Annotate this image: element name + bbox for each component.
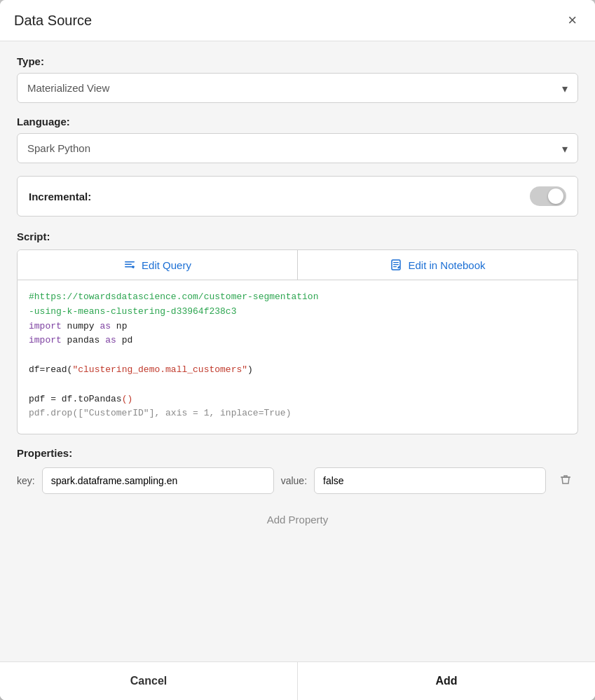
code-line-8: pdf = df.toPandas(): [29, 392, 566, 407]
code-topandas-call: (): [122, 394, 133, 404]
trash-icon: [559, 472, 573, 486]
code-line-7: [29, 378, 566, 392]
edit-notebook-button[interactable]: Edit in Notebook: [298, 250, 577, 280]
edit-query-button[interactable]: Edit Query: [18, 250, 298, 280]
type-select-wrapper[interactable]: Materialized ViewViewTable ▾: [17, 73, 578, 103]
code-line-1: #https://towardsdatascience.com/customer…: [29, 290, 566, 305]
code-import-2: import: [29, 335, 62, 345]
key-input[interactable]: [42, 467, 274, 494]
key-label: key:: [17, 475, 35, 486]
add-property-button[interactable]: Add Property: [17, 504, 578, 535]
code-as-2: as: [105, 335, 116, 345]
close-button[interactable]: ×: [563, 11, 581, 29]
code-topandas: pdf = df.toPandas: [29, 394, 122, 404]
script-section: Script: Edit Query: [17, 231, 578, 434]
type-label: Type:: [17, 55, 578, 67]
edit-query-icon: [123, 259, 136, 271]
code-area: #https://towardsdatascience.com/customer…: [17, 280, 578, 434]
language-label: Language:: [17, 116, 578, 128]
dialog-footer: Cancel Add: [0, 661, 595, 700]
incremental-label: Incremental:: [29, 191, 91, 203]
dialog: Data Source × Type: Materialized ViewVie…: [0, 0, 595, 700]
script-toolbar: Edit Query Edit in Notebook: [17, 249, 578, 280]
dialog-header: Data Source ×: [0, 0, 595, 41]
code-line-2: -using-k-means-clustering-d33964f238c3: [29, 305, 566, 320]
code-line-6: df=read("clustering_demo.mall_customers"…: [29, 363, 566, 378]
code-numpy: numpy: [62, 321, 100, 331]
dialog-title: Data Source: [14, 13, 92, 29]
svg-rect-1: [125, 264, 132, 266]
properties-label: Properties:: [17, 447, 578, 459]
add-button[interactable]: Add: [298, 662, 595, 700]
code-df-read-close: ): [247, 364, 253, 375]
edit-notebook-icon: [390, 259, 402, 271]
cancel-button[interactable]: Cancel: [0, 662, 298, 700]
code-line-3: import numpy as np: [29, 320, 566, 334]
language-select-wrapper[interactable]: Spark PythonSQLPython ▾: [17, 133, 578, 163]
dialog-body: Type: Materialized ViewViewTable ▾ Langu…: [0, 41, 595, 661]
language-field-group: Language: Spark PythonSQLPython ▾: [17, 116, 578, 163]
code-line-5: [29, 348, 566, 363]
code-pandas: pandas: [62, 335, 105, 345]
delete-property-button[interactable]: [553, 469, 578, 493]
svg-rect-6: [393, 266, 397, 267]
code-import-1: import: [29, 321, 62, 331]
code-line-9: pdf.drop(["CustomerID"], axis = 1, inpla…: [29, 406, 566, 421]
svg-rect-4: [393, 262, 399, 263]
value-label: value:: [281, 475, 307, 486]
script-label: Script:: [17, 231, 578, 242]
code-as-1: as: [100, 321, 111, 331]
property-row: key: value:: [17, 467, 578, 494]
type-select[interactable]: Materialized ViewViewTable: [18, 74, 577, 102]
svg-rect-2: [125, 266, 133, 268]
code-pd: pd: [116, 335, 132, 345]
type-field-group: Type: Materialized ViewViewTable ▾: [17, 55, 578, 103]
incremental-toggle[interactable]: [530, 186, 566, 206]
code-line-4: import pandas as pd: [29, 334, 566, 348]
value-input[interactable]: [314, 467, 546, 494]
incremental-box: Incremental:: [17, 176, 578, 217]
language-select[interactable]: Spark PythonSQLPython: [18, 134, 577, 163]
code-df-read: df=read(: [29, 364, 72, 375]
svg-rect-5: [393, 264, 399, 265]
svg-rect-0: [125, 261, 135, 263]
code-df-read-str: "clustering_demo.mall_customers": [72, 364, 247, 375]
code-np: np: [111, 321, 127, 331]
